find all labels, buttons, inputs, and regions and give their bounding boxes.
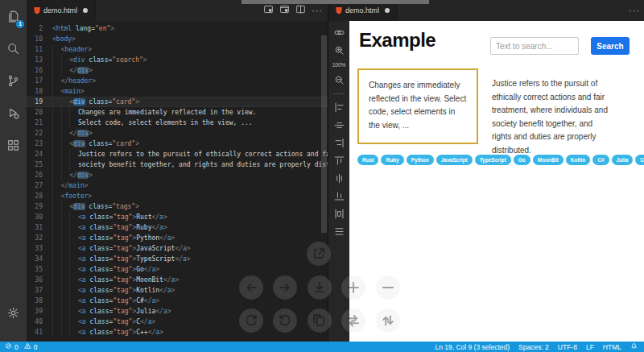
modified-dot xyxy=(83,8,88,13)
code-line[interactable]: 11<header> xyxy=(27,44,328,55)
overlay-download-icon[interactable] xyxy=(308,275,332,300)
overlay-share-icon[interactable] xyxy=(307,242,331,266)
more-actions-icon[interactable]: ··· xyxy=(312,6,323,14)
code-line[interactable]: 31<a class="tag">Ruby</a> xyxy=(27,222,328,233)
code-line[interactable]: 32<a class="tag">Python</a> xyxy=(27,233,328,243)
overlay-swap-vertical-icon[interactable] xyxy=(376,309,400,333)
zoom-in-icon[interactable] xyxy=(332,44,345,56)
code-line[interactable]: 2<html lang="en"> xyxy=(27,23,328,34)
code-line[interactable]: 13<div class="search"> xyxy=(27,55,328,65)
line-number: 35 xyxy=(27,264,43,275)
code-line[interactable]: 28<footer> xyxy=(27,191,328,201)
code-line[interactable]: 29<div class="tags"> xyxy=(27,201,328,212)
activity-badge: 1 xyxy=(16,20,24,28)
activity-run-debug-icon[interactable] xyxy=(0,97,27,129)
code-line[interactable]: 17</header> xyxy=(27,76,328,86)
status-indentation[interactable]: Spaces: 2 xyxy=(518,343,549,351)
tag-pill[interactable]: Ruby xyxy=(381,155,403,165)
overlay-rotate-ccw-icon[interactable] xyxy=(273,309,297,333)
tag-pill[interactable]: MoonBit xyxy=(533,155,564,165)
open-browser-preview-icon[interactable] xyxy=(279,3,290,18)
code-line[interactable]: 22</div> xyxy=(27,128,328,139)
overlay-copy-icon[interactable] xyxy=(308,309,332,333)
tab-label: demo.html xyxy=(345,6,379,14)
activity-settings-gear-icon[interactable] xyxy=(0,296,27,329)
code-line[interactable]: 18<main> xyxy=(27,86,328,97)
line-number: 2 xyxy=(27,23,43,34)
code-line[interactable]: 35<a class="tag">Go</a> xyxy=(27,264,328,275)
window-edge-strip xyxy=(242,0,429,4)
line-number: 27 xyxy=(27,180,43,191)
search-button[interactable]: Search xyxy=(591,37,630,55)
status-eol[interactable]: LF xyxy=(586,343,594,351)
status-cursor-position[interactable]: Ln 19, Col 9 (3 selected) xyxy=(435,343,510,351)
line-number: 37 xyxy=(27,285,43,296)
align-top-icon[interactable] xyxy=(332,155,345,167)
activity-search-icon[interactable] xyxy=(0,32,27,64)
tag-pill[interactable]: Rust xyxy=(357,155,378,165)
activity-explorer-icon[interactable]: 1 xyxy=(0,0,27,32)
tag-pill[interactable]: C# xyxy=(592,155,609,165)
distribute-horizontal-icon[interactable] xyxy=(332,208,345,220)
line-number: 16 xyxy=(27,65,43,76)
tab-demo-html[interactable]: demo.html xyxy=(27,0,96,21)
align-vertical-center-icon[interactable] xyxy=(332,119,345,131)
warnings-icon[interactable] xyxy=(24,342,31,351)
editor-scrollbar[interactable] xyxy=(321,35,327,233)
align-horizontal-center-icon[interactable] xyxy=(332,172,345,184)
code-line[interactable]: 21Select code, select elements in the vi… xyxy=(27,118,328,128)
overlay-minus-icon[interactable] xyxy=(376,275,400,300)
tag-pill[interactable]: Go xyxy=(514,155,530,165)
code-line[interactable]: 26</div> xyxy=(27,170,328,180)
warnings-count[interactable]: 0 xyxy=(34,343,38,351)
code-line[interactable]: 24Justice refers to the pursuit of ethic… xyxy=(27,149,328,159)
tag-pill[interactable]: TypeScript xyxy=(475,155,511,165)
tag-pill[interactable]: C xyxy=(635,155,644,165)
bind-link-icon[interactable] xyxy=(332,27,345,39)
code-line[interactable]: 10<body> xyxy=(27,34,328,44)
line-number: 32 xyxy=(27,233,43,243)
line-number: 10 xyxy=(27,34,43,44)
overlay-swap-horizontal-icon[interactable] xyxy=(341,309,365,333)
overlay-arrow-right-icon[interactable] xyxy=(273,275,297,300)
code-line[interactable]: 23<div class="card"> xyxy=(27,139,328,149)
status-encoding[interactable]: UTF-8 xyxy=(558,343,577,351)
code-line[interactable]: 33<a class="tag">JavaScript</a> xyxy=(27,243,328,254)
line-number: 19 xyxy=(27,97,43,107)
status-language-mode[interactable]: HTML xyxy=(603,343,621,351)
code-line[interactable]: 20Changes are immediately reflected in t… xyxy=(27,107,328,118)
bell-icon[interactable] xyxy=(630,342,638,351)
align-bottom-icon[interactable] xyxy=(332,190,345,202)
tag-pill[interactable]: Python xyxy=(407,155,434,165)
errors-count[interactable]: 0 xyxy=(14,343,19,351)
activity-extensions-icon[interactable] xyxy=(0,129,27,161)
overlay-arrow-left-icon[interactable] xyxy=(239,275,263,300)
code-line[interactable]: 16</div> xyxy=(27,65,328,76)
tag-pill[interactable]: JavaScript xyxy=(436,155,473,165)
more-actions-icon[interactable]: ··· xyxy=(629,6,640,14)
overlay-rotate-cw-icon[interactable] xyxy=(239,309,263,333)
search-input[interactable] xyxy=(490,37,579,55)
activity-source-control-icon[interactable] xyxy=(0,64,27,97)
code-line[interactable]: 25society benefit together, and rights a… xyxy=(27,159,328,170)
line-number: 39 xyxy=(27,306,43,317)
tab-label: demo.html xyxy=(43,6,77,14)
align-right-icon[interactable] xyxy=(332,137,345,149)
tag-pill[interactable]: Julia xyxy=(612,155,634,165)
tag-pill[interactable]: Kotlin xyxy=(566,155,590,165)
code-line[interactable]: 27</main> xyxy=(27,180,328,191)
overlay-plus-icon[interactable] xyxy=(341,275,365,300)
line-number: 34 xyxy=(27,254,43,264)
line-number: 25 xyxy=(27,159,43,170)
code-line[interactable]: 19<div class="card"> xyxy=(27,97,328,107)
editor-group-right: demo.html ··· 100% Example Search Change… xyxy=(328,0,644,342)
align-left-icon[interactable] xyxy=(332,101,345,114)
distribute-vertical-icon[interactable] xyxy=(332,226,345,238)
errors-icon[interactable] xyxy=(5,342,12,351)
split-editor-icon[interactable] xyxy=(295,3,306,18)
open-preview-side-icon[interactable] xyxy=(263,3,274,18)
code-line[interactable]: 34<a class="tag">TypeScript</a> xyxy=(27,254,328,264)
code-line[interactable]: 30<a class="tag">Rust</a> xyxy=(27,212,328,222)
zoom-out-icon[interactable] xyxy=(332,74,345,86)
preview-heading: Example xyxy=(359,29,436,52)
